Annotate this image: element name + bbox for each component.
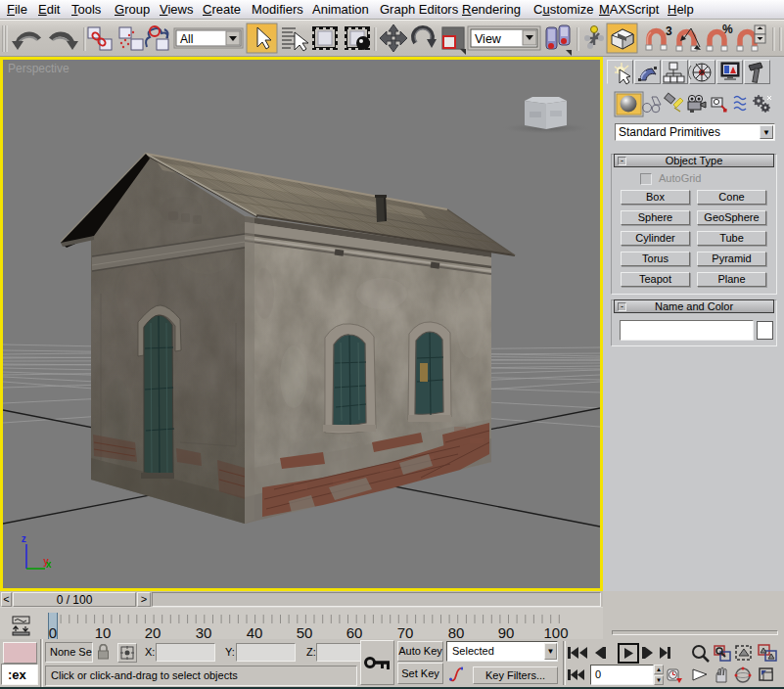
- svg-text:x: x: [46, 559, 52, 570]
- svg-text:40: 40: [247, 624, 263, 639]
- svg-text:z: z: [22, 533, 26, 544]
- svg-text:3: 3: [666, 24, 672, 38]
- svg-text:60: 60: [346, 624, 363, 639]
- svg-text:All: All: [180, 32, 193, 46]
- svg-text:%: %: [722, 23, 733, 36]
- svg-text:70: 70: [397, 624, 414, 639]
- svg-text:80: 80: [448, 624, 465, 639]
- svg-text:30: 30: [196, 624, 212, 639]
- svg-text:90: 90: [498, 624, 515, 639]
- svg-text:0: 0: [49, 624, 57, 639]
- svg-text:50: 50: [297, 624, 313, 639]
- svg-text:100: 100: [543, 624, 568, 639]
- svg-text:20: 20: [145, 624, 161, 639]
- svg-text:10: 10: [95, 624, 112, 639]
- svg-text:View: View: [475, 32, 502, 46]
